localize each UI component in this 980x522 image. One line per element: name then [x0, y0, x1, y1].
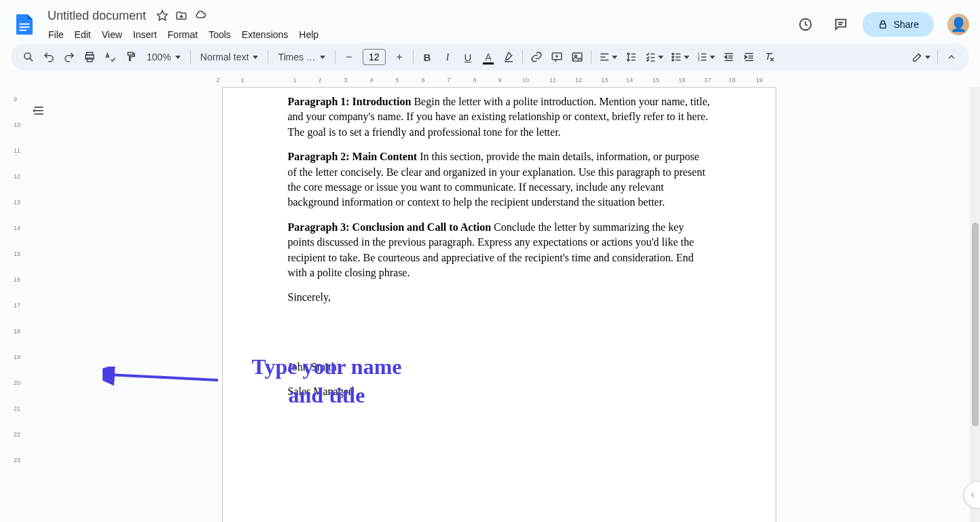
- vertical-ruler[interactable]: 91011121314151617181920212223: [0, 87, 28, 522]
- paragraph-style-select[interactable]: Normal text: [195, 48, 264, 67]
- cloud-status-icon[interactable]: [194, 9, 207, 22]
- chevron-down-icon: [175, 56, 181, 59]
- insert-link-button[interactable]: [527, 48, 546, 67]
- italic-button[interactable]: I: [438, 48, 457, 67]
- ruler-tick: 2: [318, 77, 321, 83]
- closing-line[interactable]: Sincerely,: [288, 290, 710, 305]
- ruler-tick: 13: [14, 199, 20, 206]
- ruler-tick: 22: [14, 431, 20, 438]
- move-icon[interactable]: [175, 9, 188, 22]
- ruler-tick: 10: [14, 122, 20, 128]
- search-menus-icon[interactable]: [19, 48, 38, 67]
- highlight-color-button[interactable]: [499, 48, 518, 67]
- ruler-tick: 9: [498, 77, 501, 83]
- svg-point-31: [672, 53, 674, 54]
- svg-text:3: 3: [697, 58, 700, 62]
- increase-indent-button[interactable]: [740, 48, 759, 67]
- paragraph-3[interactable]: Paragraph 3: Conclusion and Call to Acti…: [288, 220, 710, 281]
- ruler-tick: 14: [14, 225, 20, 231]
- paragraph-2[interactable]: Paragraph 2: Main Content In this sectio…: [288, 149, 710, 210]
- svg-point-8: [24, 53, 31, 59]
- font-family-select[interactable]: Times …: [272, 48, 330, 67]
- ruler-tick: 16: [14, 276, 20, 283]
- decrease-indent-button[interactable]: [719, 48, 738, 67]
- underline-button[interactable]: U: [458, 48, 477, 67]
- editing-mode-button[interactable]: [909, 48, 933, 67]
- document-title[interactable]: Untitled document: [43, 7, 150, 24]
- ruler-tick: 2: [216, 77, 219, 83]
- ruler-tick: 17: [14, 302, 20, 309]
- paint-format-icon[interactable]: [121, 48, 140, 67]
- ruler-tick: 20: [14, 379, 20, 386]
- redo-icon[interactable]: [60, 48, 79, 67]
- font-size-input[interactable]: 12: [363, 49, 386, 65]
- ruler-tick: 1: [240, 77, 244, 83]
- ruler-tick: 11: [549, 77, 556, 83]
- share-label: Share: [894, 19, 919, 30]
- ruler-tick: 16: [678, 77, 685, 83]
- ruler-tick: 18: [14, 328, 20, 335]
- collapse-toolbar-icon[interactable]: [942, 48, 961, 67]
- scrollbar-thumb[interactable]: [972, 223, 979, 426]
- document-page[interactable]: Paragraph 1: Introduction Begin the lett…: [222, 87, 776, 522]
- checklist-button[interactable]: [642, 48, 666, 67]
- document-outline-button[interactable]: [29, 100, 49, 121]
- ruler-tick: 17: [704, 77, 711, 83]
- menu-view[interactable]: View: [97, 26, 127, 43]
- numbered-list-button[interactable]: 123: [693, 48, 718, 67]
- ruler-tick: 15: [653, 77, 659, 83]
- ruler-tick: 19: [14, 354, 20, 360]
- comments-icon[interactable]: [827, 11, 854, 38]
- menu-edit[interactable]: Edit: [70, 26, 96, 43]
- share-button[interactable]: Share: [863, 12, 934, 37]
- insert-image-button[interactable]: [568, 48, 587, 67]
- text-color-button[interactable]: A: [479, 48, 498, 67]
- document-canvas[interactable]: Paragraph 1: Introduction Begin the lett…: [28, 87, 970, 522]
- chevron-down-icon: [320, 56, 325, 59]
- ruler-tick: 19: [756, 77, 763, 83]
- docs-logo[interactable]: [11, 11, 38, 38]
- star-icon[interactable]: [156, 9, 169, 22]
- ruler-tick: 12: [14, 173, 20, 180]
- menu-tools[interactable]: Tools: [204, 26, 236, 43]
- menu-file[interactable]: File: [43, 26, 69, 43]
- increase-font-size-button[interactable]: [390, 48, 409, 67]
- paragraph-1[interactable]: Paragraph 1: Introduction Begin the lett…: [288, 88, 710, 140]
- user-avatar[interactable]: 👤: [947, 14, 969, 35]
- zoom-select[interactable]: 100%: [141, 48, 186, 67]
- svg-rect-1: [20, 26, 30, 28]
- ruler-tick: 15: [14, 250, 20, 257]
- undo-icon[interactable]: [39, 48, 58, 67]
- align-button[interactable]: [596, 48, 620, 67]
- menu-extensions[interactable]: Extensions: [237, 26, 293, 43]
- signature-title[interactable]: Sales Manager: [288, 384, 710, 399]
- vertical-scrollbar[interactable]: [970, 87, 980, 522]
- svg-point-33: [672, 56, 674, 58]
- signature-name[interactable]: John Smith: [288, 360, 710, 375]
- header-actions: Share 👤: [792, 11, 969, 38]
- menu-format[interactable]: Format: [163, 26, 202, 43]
- ruler-tick: 1: [293, 77, 296, 83]
- spellcheck-icon[interactable]: [101, 48, 120, 67]
- menu-help[interactable]: Help: [294, 26, 323, 43]
- decrease-font-size-button[interactable]: [340, 48, 359, 67]
- chevron-down-icon: [658, 56, 664, 59]
- print-icon[interactable]: [80, 48, 99, 67]
- bold-button[interactable]: B: [418, 48, 437, 67]
- chevron-down-icon: [684, 56, 689, 59]
- ruler-tick: 10: [522, 77, 529, 83]
- chevron-down-icon: [612, 56, 617, 59]
- bulleted-list-button[interactable]: [668, 48, 692, 67]
- app-header: Untitled document File Edit View Insert …: [0, 0, 980, 43]
- add-comment-button[interactable]: [547, 48, 566, 67]
- clear-formatting-button[interactable]: [760, 48, 779, 67]
- menu-insert[interactable]: Insert: [128, 26, 162, 43]
- svg-rect-7: [880, 24, 886, 28]
- history-icon[interactable]: [792, 11, 819, 38]
- line-spacing-button[interactable]: [621, 48, 640, 67]
- ruler-tick: 4: [369, 77, 373, 83]
- ruler-tick: 12: [575, 77, 582, 83]
- horizontal-ruler[interactable]: 2112345678910111213141516171819: [0, 76, 980, 87]
- chevron-down-icon: [253, 56, 258, 59]
- menubar: File Edit View Insert Format Tools Exten…: [43, 26, 792, 43]
